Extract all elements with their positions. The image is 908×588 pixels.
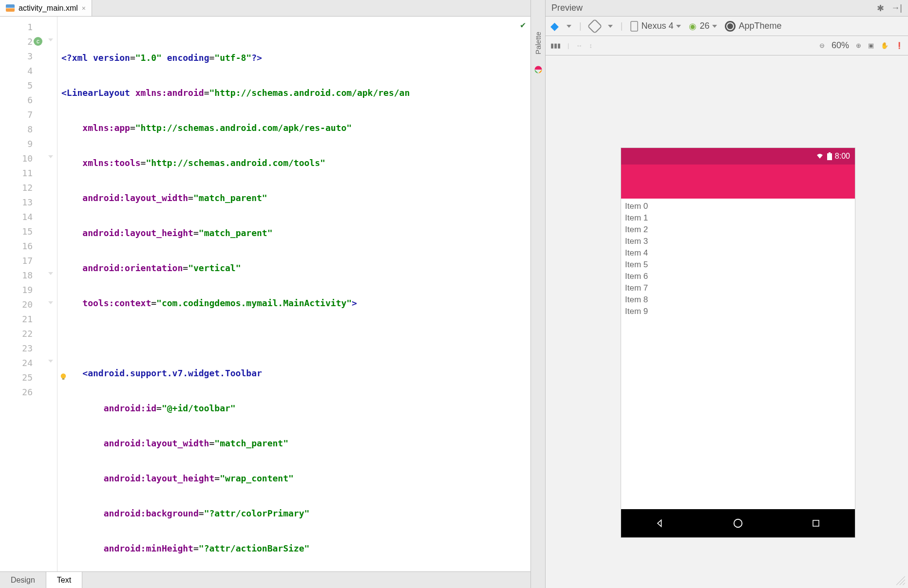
- list-item: Item 6: [625, 271, 851, 282]
- zoom-in-icon[interactable]: ⊕: [856, 42, 861, 49]
- line-number: 25: [22, 372, 33, 383]
- pan-tool-icon[interactable]: ✋: [881, 42, 889, 49]
- svg-rect-6: [813, 520, 819, 526]
- line-number: 17: [22, 256, 33, 266]
- analysis-ok-icon[interactable]: ✔: [520, 19, 526, 30]
- fold-icon[interactable]: [48, 360, 53, 365]
- api-selector[interactable]: ◉ 26: [689, 21, 717, 32]
- palette-strip[interactable]: Palette: [531, 0, 546, 588]
- svg-rect-1: [62, 378, 65, 380]
- chevron-down-icon[interactable]: [567, 25, 571, 28]
- line-number: 2: [27, 37, 33, 47]
- lightbulb-icon[interactable]: [59, 372, 68, 381]
- zoom-out-icon[interactable]: ⊖: [819, 42, 825, 49]
- app-toolbar: [621, 165, 855, 199]
- layers-icon[interactable]: ◆: [550, 20, 559, 33]
- android-icon: ◉: [689, 21, 697, 32]
- list-item: Item 3: [625, 236, 851, 247]
- resize-grip-icon[interactable]: [895, 575, 906, 586]
- line-number: 16: [22, 241, 33, 251]
- fit-screen-icon[interactable]: ▣: [868, 42, 874, 49]
- svg-rect-4: [829, 152, 831, 153]
- line-number: 13: [22, 197, 33, 207]
- xml-file-icon: [6, 4, 15, 12]
- fold-icon[interactable]: [48, 155, 53, 160]
- status-time: 8:00: [835, 152, 850, 161]
- svg-point-5: [734, 519, 742, 528]
- code-area[interactable]: ✔ <?xml version="1.0" encoding="utf-8"?>…: [57, 17, 530, 571]
- list-item: Item 7: [625, 282, 851, 294]
- api-label: 26: [700, 21, 709, 31]
- palette-icon: [533, 65, 543, 74]
- device-label: Nexus 4: [641, 21, 673, 31]
- editor-tab-bar: activity_main.xml ×: [0, 0, 530, 17]
- battery-icon: [827, 152, 832, 160]
- preview-toolbar-1: ◆ | | Nexus 4 ◉ 26 AppTheme: [546, 17, 908, 36]
- line-number: 22: [22, 329, 33, 339]
- line-number: 12: [22, 183, 33, 193]
- palette-label: Palette: [534, 32, 542, 55]
- tab-text[interactable]: Text: [46, 572, 82, 588]
- line-number: 1: [27, 22, 33, 32]
- line-number: 24: [22, 358, 33, 368]
- line-number: 18: [22, 270, 33, 280]
- fold-icon[interactable]: [48, 301, 53, 306]
- line-number: 10: [22, 153, 33, 164]
- pan-horizontal-icon: ↔: [576, 42, 582, 49]
- line-number: 5: [27, 80, 33, 91]
- theme-icon: [725, 21, 736, 32]
- warnings-icon[interactable]: ❗: [895, 42, 903, 49]
- device-selector[interactable]: Nexus 4: [630, 21, 681, 32]
- line-number: 15: [22, 226, 33, 237]
- close-icon[interactable]: ×: [82, 4, 86, 12]
- editor-panel: activity_main.xml × 1 2c 3 4 5 6 7 8 9 1…: [0, 0, 531, 588]
- preview-canvas[interactable]: 8:00 Item 0 Item 1 Item 2 Item 3 Item 4 …: [546, 55, 908, 588]
- list-item: Item 1: [625, 212, 851, 224]
- preview-toolbar-2: ▮▮▮ | ↔ ↕ ⊖ 60% ⊕ ▣ ✋ ❗: [546, 36, 908, 55]
- line-number: 20: [22, 299, 33, 310]
- pan-vertical-icon: ↕: [589, 42, 592, 49]
- status-bar: 8:00: [621, 148, 855, 165]
- preview-title: Preview: [551, 3, 583, 13]
- line-number: 9: [27, 139, 33, 149]
- preview-panel: Preview ✱ →| ◆ | | Nexus 4 ◉ 26 AppTheme…: [546, 0, 908, 588]
- svg-rect-3: [827, 153, 832, 160]
- orientation-icon[interactable]: [587, 18, 602, 34]
- gutter: 1 2c 3 4 5 6 7 8 9 10 11 12 13 14 15 16 …: [0, 17, 57, 571]
- svg-point-0: [61, 373, 66, 379]
- fold-icon[interactable]: [48, 38, 53, 43]
- list-item: Item 8: [625, 294, 851, 306]
- theme-selector[interactable]: AppTheme: [725, 21, 781, 32]
- recent-icon: [810, 517, 822, 530]
- line-number: 14: [22, 212, 33, 222]
- zoom-level: 60%: [832, 40, 849, 51]
- editor-mode-tabs: Design Text: [0, 571, 530, 588]
- recycler-view: Item 0 Item 1 Item 2 Item 3 Item 4 Item …: [621, 199, 855, 509]
- chevron-down-icon: [712, 25, 717, 28]
- tab-design[interactable]: Design: [0, 572, 46, 588]
- phone-icon: [630, 21, 638, 32]
- viewport-icon[interactable]: ▮▮▮: [550, 42, 561, 49]
- list-item: Item 5: [625, 259, 851, 271]
- hide-icon[interactable]: →|: [891, 3, 902, 13]
- line-number: 26: [22, 387, 33, 397]
- line-number: 19: [22, 285, 33, 295]
- editor-area[interactable]: 1 2c 3 4 5 6 7 8 9 10 11 12 13 14 15 16 …: [0, 17, 530, 571]
- back-icon: [654, 517, 666, 530]
- list-item: Item 4: [625, 247, 851, 259]
- nav-bar: [621, 509, 855, 537]
- home-icon: [732, 517, 744, 530]
- fold-icon[interactable]: [48, 272, 53, 277]
- file-tab[interactable]: activity_main.xml ×: [0, 0, 92, 16]
- line-number: 21: [22, 314, 33, 324]
- coverage-marker-icon[interactable]: c: [34, 37, 42, 46]
- chevron-down-icon: [676, 25, 681, 28]
- line-number: 11: [22, 168, 33, 178]
- line-number: 6: [27, 95, 33, 105]
- chevron-down-icon[interactable]: [608, 25, 613, 28]
- list-item: Item 9: [625, 306, 851, 317]
- list-item: Item 2: [625, 224, 851, 236]
- preview-header: Preview ✱ →|: [546, 0, 908, 17]
- gear-icon[interactable]: ✱: [877, 3, 884, 14]
- line-number: 3: [27, 51, 33, 61]
